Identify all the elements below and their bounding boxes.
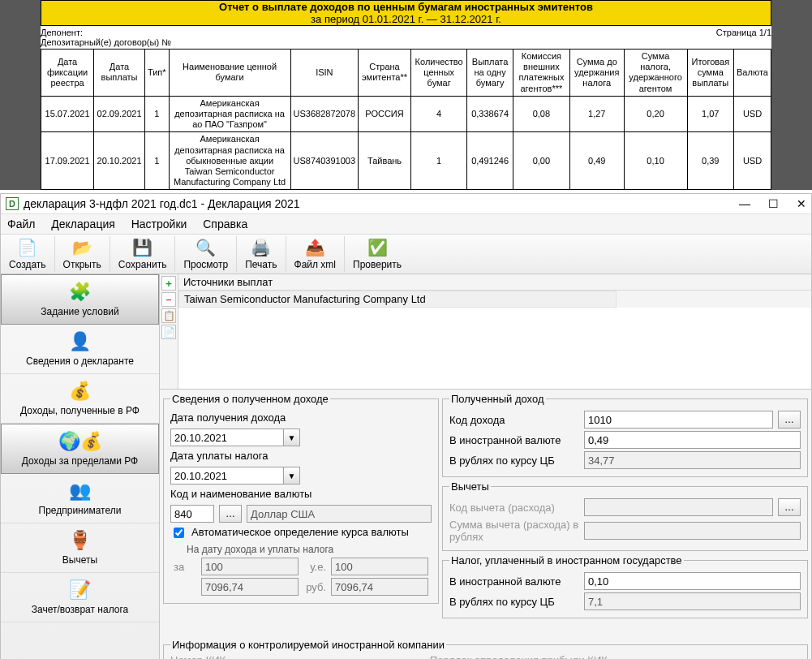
copy-source-button[interactable]: 📋	[161, 308, 176, 323]
report-row: 17.09.2021 20.10.2021 1 Американская деп…	[41, 132, 771, 190]
edit-source-button[interactable]: 📄	[161, 325, 176, 339]
income-foreign-icon: 🌍💰	[58, 429, 102, 454]
report-table: Дата фиксации реестра Дата выплаты Тип* …	[41, 49, 771, 190]
report-meta: Депонент: Депозитарный(е) договор(ы) № С…	[41, 26, 771, 49]
sidebar-deductions[interactable]: 🏺Вычеты	[1, 523, 159, 573]
currency-lookup-button[interactable]: …	[219, 505, 242, 523]
report-title-1: Отчет о выплате доходов по ценным бумага…	[41, 1, 771, 13]
received-income-legend: Полученный доход	[449, 393, 546, 405]
sidebar-income-rf[interactable]: 💰Доходы, полученные в РФ	[1, 374, 159, 424]
tax-rub-label: В рублях по курсу ЦБ	[449, 596, 579, 608]
minimize-button[interactable]: —	[739, 197, 750, 210]
close-button[interactable]: ✕	[797, 197, 806, 210]
menu-declaration[interactable]: Декларация	[51, 218, 115, 230]
menu-file[interactable]: Файл	[7, 218, 35, 230]
auto-rate-checkbox[interactable]	[174, 528, 184, 538]
app-window: D декларация 3-ндфл 2021 год.dc1 - Декла…	[0, 193, 812, 659]
report-header: Отчет о выплате доходов по ценным бумага…	[41, 0, 771, 26]
source-item[interactable]: Taiwan Semiconductor Manufacturing Compa…	[178, 291, 617, 308]
col-type: Тип*	[144, 50, 169, 97]
report-header-row: Дата фиксации реестра Дата выплаты Тип* …	[41, 50, 771, 97]
menu-help[interactable]: Справка	[203, 218, 247, 230]
app-icon: D	[6, 197, 19, 210]
rate-za-label: за	[174, 561, 196, 573]
add-source-button[interactable]: ＋	[161, 276, 176, 291]
date-income-dropdown-icon[interactable]: ▼	[284, 429, 300, 446]
open-icon: 📂	[72, 238, 92, 257]
source-toolbar: ＋ － 📋 📄	[160, 274, 178, 389]
date-tax-label: Дата уплаты налога	[170, 450, 268, 462]
deduction-sum-label: Сумма вычета (расхода) в рублях	[449, 519, 579, 543]
toolbar-xml[interactable]: 📤Файл xml	[286, 236, 346, 272]
create-icon: 📄	[17, 238, 37, 257]
col-withheld: Сумма налога, удержанного агентом	[624, 50, 687, 97]
toolbar-save[interactable]: 💾Сохранить	[110, 236, 176, 272]
maximize-button[interactable]: ☐	[768, 197, 779, 210]
col-per-unit: Выплата на одну бумагу	[467, 50, 513, 97]
cik-group: Информация о контролируемой иностранной …	[163, 639, 808, 659]
deponent-label: Депонент:	[41, 28, 171, 37]
income-code-lookup-button[interactable]: …	[778, 411, 801, 429]
cik-order-label: Порядок определения прибыли КИК	[430, 654, 608, 659]
received-income-group: Полученный доход Код дохода … В иностран…	[442, 393, 808, 477]
sidebar-entrepreneur[interactable]: 👥Предприниматели	[1, 474, 159, 523]
col-pre-tax: Сумма до удержания налога	[569, 50, 624, 97]
sidebar-conditions[interactable]: 🧩Задание условий	[1, 274, 159, 325]
deductions-legend: Вычеты	[449, 480, 491, 493]
titlebar[interactable]: D декларация 3-ндфл 2021 год.dc1 - Декла…	[1, 194, 811, 214]
toolbar-create[interactable]: 📄Создать	[1, 236, 55, 272]
rate-ue-label: у.е.	[303, 561, 326, 573]
deductions-icon: 🏺	[69, 528, 91, 553]
income-fc-input[interactable]	[584, 431, 801, 449]
tax-fc-label: В иностранной валюте	[449, 575, 579, 588]
col-currency: Валюта	[734, 50, 771, 97]
col-pay-date: Дата выплаты	[94, 50, 145, 97]
sidebar-income-foreign[interactable]: 🌍💰Доходы за пределами РФ	[1, 424, 159, 474]
window-title: декларация 3-ндфл 2021 год.dc1 - Деклара…	[24, 197, 300, 210]
col-commission: Комиссия внешних платежных агентов***	[513, 50, 569, 97]
sources-list-container: Источники выплат Taiwan Semiconductor Ma…	[178, 274, 811, 389]
income-fc-label: В иностранной валюте	[449, 434, 579, 446]
preview-icon: 🔍	[195, 238, 216, 257]
date-tax-input[interactable]	[170, 467, 284, 485]
date-tax-dropdown-icon[interactable]: ▼	[284, 467, 300, 485]
toolbar-open[interactable]: 📂Открыть	[55, 236, 110, 272]
contract-label: Депозитарный(е) договор(ы) №	[41, 37, 171, 47]
toolbar-preview[interactable]: 🔍Просмотр	[175, 236, 237, 272]
income-code-input[interactable]	[584, 411, 773, 429]
toolbar: 📄Создать 📂Открыть 💾Сохранить 🔍Просмотр 🖨…	[1, 235, 811, 274]
col-qty: Количество ценных бумаг	[410, 50, 466, 97]
refund-icon: 📝	[69, 578, 91, 602]
date-income-input[interactable]	[170, 429, 284, 446]
sidebar: 🧩Задание условий 👤Сведения о декларанте …	[1, 274, 160, 659]
entrepreneur-icon: 👥	[69, 479, 91, 503]
menubar: Файл Декларация Настройки Справка	[1, 214, 811, 235]
currency-name-display	[247, 505, 432, 523]
income-code-label: Код дохода	[449, 414, 579, 426]
remove-source-button[interactable]: －	[161, 292, 176, 307]
sources-empty-area	[178, 308, 811, 389]
sidebar-refund[interactable]: 📝Зачет/возврат налога	[1, 573, 159, 622]
tax-rub-display	[584, 592, 801, 610]
currency-label: Код и наименование валюты	[170, 488, 311, 500]
conditions-icon: 🧩	[69, 280, 91, 304]
deduction-lookup-button[interactable]: …	[778, 498, 801, 516]
declarant-icon: 👤	[69, 330, 91, 354]
sidebar-declarant[interactable]: 👤Сведения о декларанте	[1, 325, 159, 374]
xml-icon: 📤	[305, 238, 325, 257]
deduction-code-label: Код вычета (расхода)	[449, 502, 579, 514]
rate-rub-label: руб.	[303, 581, 326, 593]
toolbar-print[interactable]: 🖨️Печать	[237, 236, 286, 272]
income-info-group: Сведения о полученном доходе Дата получе…	[163, 393, 439, 604]
income-info-legend: Сведения о полученном доходе	[170, 393, 330, 405]
tax-fc-input[interactable]	[584, 572, 801, 590]
menu-settings[interactable]: Настройки	[131, 218, 187, 230]
form-area: Сведения о полученном доходе Дата получе…	[160, 390, 811, 639]
toolbar-validate[interactable]: ✅Проверить	[345, 236, 410, 272]
income-rub-display	[584, 451, 801, 469]
currency-code-input[interactable]	[170, 505, 214, 523]
check-icon: ✅	[367, 238, 388, 257]
income-rub-label: В рублях по курсу ЦБ	[449, 454, 579, 467]
report-title-2: за период 01.01.2021 г. — 31.12.2021 г.	[41, 13, 771, 25]
auto-rate-sublabel: На дату дохода и уплаты налога	[187, 544, 432, 555]
